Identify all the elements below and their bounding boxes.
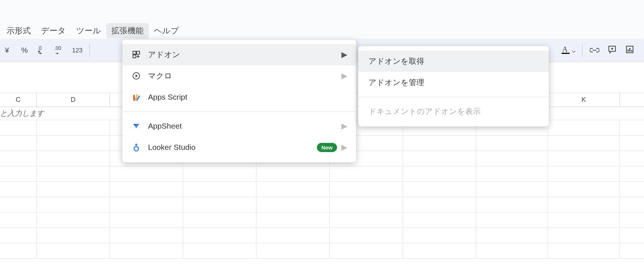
menu-item-label: Apps Script: [148, 93, 187, 101]
percent-button[interactable]: %: [19, 44, 30, 57]
comment-icon: [608, 45, 617, 56]
addons-icon: [131, 49, 141, 60]
number-format-button[interactable]: 123: [72, 44, 83, 57]
svg-rect-7: [628, 49, 629, 52]
svg-rect-10: [133, 51, 136, 54]
increase-decimal-icon: .00: [54, 45, 65, 56]
menu-item-label: AppSheet: [148, 122, 182, 130]
addons-submenu: アドオンを取得 アドオンを管理 ドキュメントのアドオンを表示: [358, 46, 549, 126]
text-color-icon: A: [562, 45, 570, 56]
submenu-arrow-icon: ▶: [341, 122, 347, 130]
submenu-manage-addons[interactable]: アドオンを管理: [358, 72, 549, 93]
text-color-button[interactable]: A: [562, 44, 575, 57]
insert-comment-button[interactable]: [607, 44, 618, 57]
increase-decimal-button[interactable]: .00: [54, 44, 65, 57]
menu-extensions[interactable]: 拡張機能: [106, 23, 149, 38]
chevron-down-icon: [572, 46, 575, 55]
appsheet-icon: [131, 121, 141, 131]
menu-item-macro[interactable]: マクロ ▶: [122, 65, 356, 86]
decrease-decimal-button[interactable]: .0: [37, 44, 48, 57]
submenu-item-label: ドキュメントのアドオンを表示: [369, 106, 481, 117]
macro-icon: [131, 71, 141, 81]
menu-bar: 示形式 データ ツール 拡張機能 ヘルプ: [0, 23, 644, 39]
toolbar-divider: [582, 44, 582, 57]
currency-button[interactable]: ¥: [1, 44, 12, 57]
column-header[interactable]: D: [37, 93, 110, 107]
menu-item-addons[interactable]: アドオン ▶: [122, 44, 356, 65]
menu-item-label: アドオン: [148, 49, 180, 60]
link-icon: [590, 46, 599, 55]
submenu-arrow-icon: ▶: [341, 143, 347, 152]
svg-point-18: [134, 147, 138, 151]
svg-text:.0: .0: [37, 45, 42, 51]
submenu-get-addons[interactable]: アドオンを取得: [358, 51, 549, 72]
menu-item-label: Looker Studio: [148, 143, 196, 152]
svg-rect-11: [137, 51, 140, 54]
menu-help[interactable]: ヘルプ: [149, 23, 184, 38]
svg-marker-16: [136, 74, 138, 77]
toolbar-divider: [89, 44, 90, 57]
menu-divider: [122, 111, 356, 112]
svg-rect-9: [631, 50, 632, 52]
extensions-menu: アドオン ▶ マクロ ▶ Apps Script AppSheet ▶ Look…: [122, 40, 356, 162]
decrease-decimal-icon: .0: [37, 45, 47, 56]
submenu-item-label: アドオンを管理: [369, 77, 424, 88]
submenu-arrow-icon: ▶: [341, 71, 347, 80]
svg-rect-12: [133, 55, 136, 58]
chart-icon: [625, 45, 634, 56]
submenu-view-doc-addons: ドキュメントのアドオンを表示: [358, 101, 549, 122]
column-header[interactable]: K: [548, 93, 620, 107]
insert-chart-button[interactable]: [624, 44, 635, 57]
new-badge: New: [317, 143, 337, 152]
column-header[interactable]: C: [0, 93, 37, 107]
menu-item-looker-studio[interactable]: Looker Studio New ▶: [122, 137, 356, 158]
menu-divider: [358, 97, 549, 97]
submenu-arrow-icon: ▶: [341, 50, 347, 59]
menu-item-apps-script[interactable]: Apps Script: [122, 86, 356, 108]
svg-rect-3: [562, 53, 570, 54]
svg-text:.00: .00: [54, 45, 62, 51]
insert-link-button[interactable]: [589, 44, 600, 57]
menu-item-appsheet[interactable]: AppSheet ▶: [122, 115, 356, 137]
menu-tools[interactable]: ツール: [71, 23, 106, 38]
menu-format[interactable]: 示形式: [1, 23, 36, 38]
svg-rect-8: [629, 48, 630, 52]
submenu-item-label: アドオンを取得: [369, 56, 424, 66]
svg-point-17: [135, 144, 137, 146]
formula-placeholder-text: と入力します: [0, 107, 44, 120]
apps-script-icon: [131, 92, 141, 102]
svg-text:A: A: [562, 45, 568, 53]
looker-icon: [131, 142, 141, 152]
menu-data[interactable]: データ: [36, 23, 71, 38]
menu-item-label: マクロ: [148, 71, 172, 81]
